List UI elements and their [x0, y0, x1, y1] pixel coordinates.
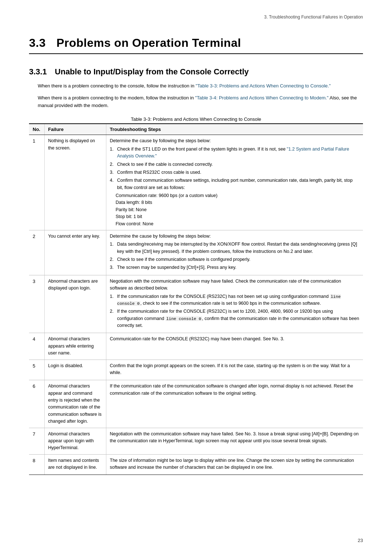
- step-item: 2.Check to see if the cable is connected…: [110, 161, 360, 168]
- intro-para-1: When there is a problem connecting to th…: [29, 82, 363, 90]
- cell-no: 4: [29, 333, 44, 360]
- intro-para-2: When there is a problem connecting to th…: [29, 94, 363, 110]
- cell-steps: Negotiation with the communication softw…: [106, 428, 363, 454]
- table-row: 3Abnormal characters are displayed upon …: [29, 275, 363, 333]
- header-no: No.: [29, 124, 44, 135]
- step-item: 4.Confirm that communication software se…: [110, 177, 360, 191]
- table-row: 4Abnormal characters appears while enter…: [29, 333, 363, 360]
- cell-no: 2: [29, 230, 44, 275]
- cell-steps: Determine the cause by following the ste…: [106, 230, 363, 275]
- cell-no: 6: [29, 380, 44, 428]
- step-item: 3.The screen may be suspended by [Ctrl]+…: [110, 264, 360, 271]
- cell-steps: The size of information might be too lar…: [106, 454, 363, 475]
- cell-failure: Item names and contents are not displaye…: [44, 454, 106, 475]
- table-row: 1Nothing is displayed on the screen.Dete…: [29, 135, 363, 230]
- modem-link[interactable]: "Table 3-4: Problems and Actions When Co…: [195, 95, 329, 100]
- page-number: 23: [358, 538, 363, 543]
- cell-failure: Abnormal characters are displayed upon l…: [44, 275, 106, 333]
- step-item: 3.Confirm that RS232C cross cable is use…: [110, 169, 360, 176]
- step-item: 2.Check to see if the communication soft…: [110, 256, 360, 263]
- step-item: 1.Check if the ST1 LED on the front pane…: [110, 146, 360, 160]
- cell-no: 3: [29, 275, 44, 333]
- subsection-heading: 3.3.1 Unable to Input/Display from the C…: [29, 67, 363, 77]
- cell-failure: Login is disabled.: [44, 360, 106, 380]
- cell-steps: If the communication rate of the communi…: [106, 380, 363, 428]
- step-item: 1.Data sending/receiving may be interrup…: [110, 241, 360, 255]
- table-row: 8Item names and contents are not display…: [29, 454, 363, 475]
- header-steps: Troubleshooting Steps: [106, 124, 363, 135]
- header-failure: Failure: [44, 124, 106, 135]
- cell-steps: Confirm that the login prompt appears on…: [106, 360, 363, 380]
- table-row: 7Abnormal characters appear upon login w…: [29, 428, 363, 454]
- step-item: 1.If the communication rate for the CONS…: [110, 293, 360, 307]
- table-caption: Table 3-3: Problems and Actions When Con…: [29, 116, 363, 122]
- table-row: 2You cannot enter any key.Determine the …: [29, 230, 363, 275]
- cell-steps: Negotiation with the communication softw…: [106, 275, 363, 333]
- cell-steps: Determine the cause by following the ste…: [106, 135, 363, 230]
- console-link[interactable]: "Table 3-3: Problems and Actions When Co…: [196, 83, 331, 89]
- cell-no: 7: [29, 428, 44, 454]
- problems-table: No. Failure Troubleshooting Steps 1Nothi…: [29, 123, 363, 475]
- cell-steps: Communication rate for the CONSOLE (RS23…: [106, 333, 363, 360]
- cell-no: 8: [29, 454, 44, 475]
- header-nav: 3. Troubleshooting Functional Failures i…: [29, 15, 363, 22]
- cell-failure: Abnormal characters appear and command e…: [44, 380, 106, 428]
- step-item: 2.If the communication rate for the CONS…: [110, 308, 360, 329]
- table-row: 6Abnormal characters appear and command …: [29, 380, 363, 428]
- section-heading: 3.3 Problems on Operation Terminal: [29, 36, 363, 54]
- cell-failure: Abnormal characters appear upon login wi…: [44, 428, 106, 454]
- cell-failure: Abnormal characters appears while enteri…: [44, 333, 106, 360]
- cell-no: 5: [29, 360, 44, 380]
- cell-no: 1: [29, 135, 44, 230]
- cell-failure: Nothing is displayed on the screen.: [44, 135, 106, 230]
- table-row: 5Login is disabled.Confirm that the logi…: [29, 360, 363, 380]
- cell-failure: You cannot enter any key.: [44, 230, 106, 275]
